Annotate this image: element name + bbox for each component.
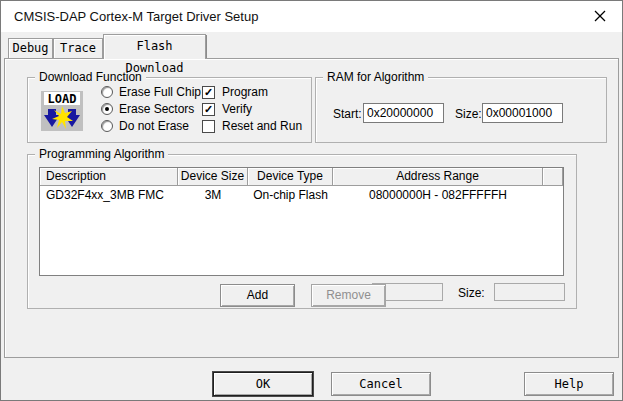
flash-download-dialog: CMSIS-DAP Cortex-M Target Driver Setup D… <box>0 0 623 401</box>
tab-debug[interactable]: Debug <box>8 38 53 58</box>
add-button[interactable]: Add <box>220 284 295 307</box>
window-title: CMSIS-DAP Cortex-M Target Driver Setup <box>14 1 258 32</box>
checkbox-verify[interactable]: ✓ Verify <box>202 101 252 117</box>
checkbox-checked-icon: ✓ <box>202 103 215 116</box>
checkbox-label: Verify <box>222 102 252 116</box>
column-header-device-size[interactable]: Device Size <box>178 168 248 186</box>
titlebar: CMSIS-DAP Cortex-M Target Driver Setup <box>1 1 622 32</box>
checkbox-unchecked-icon <box>202 120 215 133</box>
programming-algorithm-group: Programming Algorithm Description Device… <box>27 154 577 309</box>
prog-size-input <box>494 283 565 301</box>
ok-button[interactable]: OK <box>213 372 313 396</box>
column-header-description[interactable]: Description <box>40 168 178 186</box>
radio-label: Erase Sectors <box>119 102 194 116</box>
close-icon <box>594 10 606 22</box>
tab-trace[interactable]: Trace <box>53 38 103 58</box>
ram-for-algorithm-group: RAM for Algorithm Start: Size: <box>315 77 607 143</box>
checkbox-label: Reset and Run <box>222 119 302 133</box>
radio-selected-icon <box>101 103 113 115</box>
column-header-device-type[interactable]: Device Type <box>248 168 333 186</box>
cell-device-size: 3M <box>178 186 248 204</box>
tab-page: Download Function LOAD Erase Full Chip E… <box>4 58 619 358</box>
ram-start-input[interactable] <box>363 103 444 123</box>
cancel-button[interactable]: Cancel <box>331 372 431 396</box>
ram-size-input[interactable] <box>482 103 563 123</box>
prog-size-label: Size: <box>458 286 485 300</box>
radio-do-not-erase[interactable]: Do not Erase <box>101 118 189 134</box>
ram-size-label: Size: <box>455 107 482 121</box>
ram-start-label: Start: <box>333 107 362 121</box>
help-button[interactable]: Help <box>524 372 614 396</box>
column-header-blank <box>543 168 563 186</box>
radio-label: Erase Full Chip <box>119 85 201 99</box>
radio-icon <box>101 120 113 132</box>
programming-algorithm-legend: Programming Algorithm <box>35 147 168 161</box>
algorithm-table: Description Device Size Device Type Addr… <box>39 167 564 276</box>
tab-flash-download[interactable]: Flash Download <box>103 34 206 59</box>
radio-label: Do not Erase <box>119 119 189 133</box>
load-icon: LOAD <box>41 91 83 131</box>
checkbox-program[interactable]: ✓ Program <box>202 84 268 100</box>
algorithm-table-header: Description Device Size Device Type Addr… <box>40 168 563 186</box>
checkbox-checked-icon: ✓ <box>202 86 215 99</box>
table-row[interactable]: GD32F4xx_3MB FMC 3M On-chip Flash 080000… <box>40 186 563 204</box>
radio-erase-sectors[interactable]: Erase Sectors <box>101 101 194 117</box>
radio-icon <box>101 86 113 98</box>
download-function-group: Download Function LOAD Erase Full Chip E… <box>27 77 312 143</box>
svg-text:LOAD: LOAD <box>48 92 77 106</box>
cell-description: GD32F4xx_3MB FMC <box>40 186 178 204</box>
cell-device-type: On-chip Flash <box>248 186 333 204</box>
checkbox-reset-and-run[interactable]: Reset and Run <box>202 118 302 134</box>
column-header-address-range[interactable]: Address Range <box>333 168 543 186</box>
ram-legend: RAM for Algorithm <box>323 70 428 84</box>
checkbox-label: Program <box>222 85 268 99</box>
cell-address-range: 08000000H - 082FFFFFH <box>333 186 543 204</box>
close-button[interactable] <box>577 1 622 31</box>
remove-button[interactable]: Remove <box>311 284 386 307</box>
radio-erase-full-chip[interactable]: Erase Full Chip <box>101 84 201 100</box>
